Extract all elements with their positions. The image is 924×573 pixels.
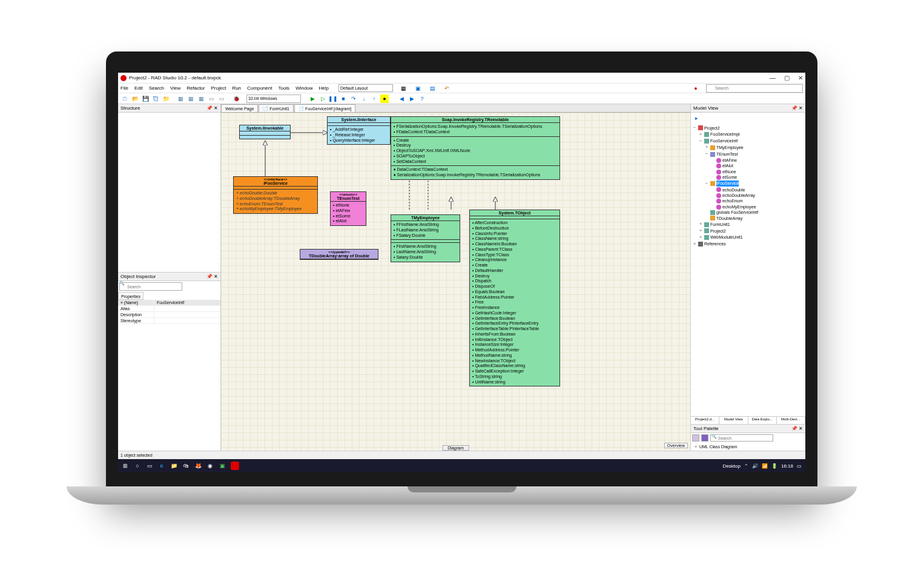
platform-combo[interactable] xyxy=(246,94,301,103)
panel-pin-icon[interactable]: 📌 ✕ xyxy=(206,105,218,111)
uml-TEnumTest[interactable]: <<enum>>TEnumTest • etNone• etAFew• etSo… xyxy=(330,191,366,226)
desktop-icon[interactable]: ▣ xyxy=(414,84,422,93)
task-view-icon[interactable]: ▭ xyxy=(146,462,153,469)
tree-item-project2[interactable]: + Project2 xyxy=(692,228,804,234)
save-icon[interactable]: 💾 xyxy=(141,94,150,103)
app-palette-icon[interactable]: ▦ xyxy=(176,94,185,103)
nav-back-icon[interactable]: ◀ xyxy=(397,94,406,103)
menu-file[interactable]: File xyxy=(120,85,128,91)
open-file-icon[interactable]: 📂 xyxy=(131,94,139,103)
uml-TObject[interactable]: System.TObject • AfterConstruction• Befo… xyxy=(469,210,560,386)
battery-icon[interactable]: 🔋 xyxy=(771,463,777,469)
store-icon[interactable]: 🛍 xyxy=(182,462,190,469)
uml-diagram-canvas[interactable]: System.IInvokable System.IInterface • _A… xyxy=(221,113,690,451)
properties-tab[interactable]: Properties xyxy=(118,292,144,300)
close-button[interactable]: ✕ xyxy=(798,75,803,81)
tree-item-globals-fooserviceintf[interactable]: globals FooServiceIntf xyxy=(692,210,804,215)
tree-item-webmoduleunit1[interactable]: + WebModuleUnit1 xyxy=(692,234,804,241)
palette-list-icon[interactable] xyxy=(701,434,708,442)
tree-item-fooserviceimpl[interactable]: + FooServiceImpl xyxy=(692,131,804,138)
new-file-icon[interactable]: □ xyxy=(120,94,129,103)
tree-item-references[interactable]: + References xyxy=(692,241,804,248)
start-button-icon[interactable]: ⊞ xyxy=(122,462,129,469)
tab-multi-device[interactable]: Multi-Devi... xyxy=(777,417,805,424)
panel-pin-icon[interactable]: 📌 ✕ xyxy=(206,274,218,279)
property-row[interactable]: » (Name)FooServiceIntf xyxy=(118,300,220,306)
app-button-icon[interactable]: ▭ xyxy=(207,94,216,103)
record-icon[interactable]: ● xyxy=(691,84,700,93)
uml-IInterface[interactable]: System.IInterface • _AddRef:Integer• _Re… xyxy=(327,116,391,145)
uml-IFooService[interactable]: <<interface>>IFooService + echoDouble:Do… xyxy=(233,176,318,214)
palette-search-input[interactable] xyxy=(710,434,773,442)
tree-item-fooserviceintf[interactable]: − FooServiceIntf xyxy=(692,138,804,145)
overview-toggle[interactable]: Overview xyxy=(664,443,688,448)
tree-item-echodoublearray[interactable]: echoDoubleArray xyxy=(692,193,804,198)
clock[interactable]: 16:18 xyxy=(781,463,793,469)
app-palette-icon-3[interactable]: ▦ xyxy=(197,94,205,103)
menu-window[interactable]: Window xyxy=(295,85,312,91)
tree-item-etnone[interactable]: etNone xyxy=(692,169,804,174)
debug-icon[interactable]: 🐞 xyxy=(232,94,240,103)
expand-icon[interactable]: + xyxy=(693,444,698,449)
tree-item-tmyemployee[interactable]: + TMyEmployee xyxy=(692,144,804,151)
tree-item-tdoublearray[interactable]: TDoubleArray xyxy=(692,216,804,221)
diagram-bottom-tab[interactable]: Diagram xyxy=(442,445,469,451)
wifi-icon[interactable]: 📶 xyxy=(762,463,768,469)
cortana-icon[interactable]: ○ xyxy=(134,462,141,469)
tab-welcome[interactable]: Welcome Page xyxy=(221,104,258,112)
menu-project[interactable]: Project xyxy=(211,85,226,91)
inspector-search-input[interactable] xyxy=(119,282,182,291)
layout-combo[interactable] xyxy=(338,84,393,92)
step-over-icon[interactable]: ↷ xyxy=(349,94,358,103)
tab-formunit1[interactable]: 📄FormUnit1 xyxy=(259,104,294,112)
maximize-button[interactable]: ▢ xyxy=(784,75,790,81)
property-grid[interactable]: » (Name)FooServiceIntfAliasDescriptionSt… xyxy=(118,300,220,324)
expand-icon[interactable]: + xyxy=(698,228,703,234)
uml-TDoubleArray[interactable]: <<typedef>>TDoubleArray:array of Double xyxy=(300,249,378,260)
open-project-icon[interactable]: 📁 xyxy=(162,94,170,103)
property-row[interactable]: Stereotype xyxy=(118,318,220,324)
tray-chevron-icon[interactable]: ⌃ xyxy=(744,463,748,469)
pause-icon[interactable]: ❚❚ xyxy=(329,94,337,103)
tree-item-echoenum[interactable]: echoEnum xyxy=(692,198,804,204)
expand-icon[interactable]: − xyxy=(704,151,709,157)
model-view-toolbar-icon[interactable]: ▸ xyxy=(692,114,701,122)
expand-icon[interactable]: − xyxy=(704,181,709,187)
tab-data-explorer[interactable]: Data Explo... xyxy=(748,417,777,424)
menu-refactor[interactable]: Refactor xyxy=(186,85,205,91)
menu-component[interactable]: Component xyxy=(247,85,272,91)
menu-view[interactable]: View xyxy=(170,85,180,91)
expand-icon[interactable]: + xyxy=(698,234,703,241)
tree-item-etafew[interactable]: etAFew xyxy=(692,157,804,163)
uml-TRemotable[interactable]: Soap.InvokeRegistry.TRemotable • FSerial… xyxy=(391,116,560,180)
rad-studio-icon[interactable] xyxy=(231,462,239,470)
tree-item-etsome[interactable]: etSome xyxy=(692,174,804,180)
step-out-icon[interactable]: ↑ xyxy=(370,94,378,103)
save-all-icon[interactable]: ⿻ xyxy=(151,94,160,103)
uml-IInvokable[interactable]: System.IInvokable xyxy=(239,125,291,139)
notifications-icon[interactable]: ▭ xyxy=(797,463,802,469)
menu-run[interactable]: Run xyxy=(232,85,241,91)
cursor-icon[interactable]: ● xyxy=(380,94,389,103)
run-icon[interactable]: ▶ xyxy=(308,94,317,103)
uml-TMyEmployee[interactable]: TMyEmployee • FFirstName:AnsiString• FLa… xyxy=(391,214,460,262)
menu-tools[interactable]: Tools xyxy=(278,85,289,91)
stop-icon[interactable]: ■ xyxy=(339,94,348,103)
desktop-icon-2[interactable]: ▤ xyxy=(428,84,437,93)
app-taskbar-icon[interactable]: ▣ xyxy=(219,462,226,469)
property-row[interactable]: Description xyxy=(118,312,220,318)
minimize-button[interactable]: — xyxy=(770,75,776,81)
help-icon[interactable]: ? xyxy=(418,94,426,103)
menu-search[interactable]: Search xyxy=(149,85,164,91)
model-view-tree[interactable]: − Project2+ FooServiceImpl− FooServiceIn… xyxy=(691,124,805,416)
expand-icon[interactable]: + xyxy=(698,131,703,138)
menu-edit[interactable]: Edit xyxy=(134,85,143,91)
tree-item-ifooservice[interactable]: − IFooService xyxy=(692,181,804,187)
run-no-debug-icon[interactable]: ▷ xyxy=(318,94,327,103)
tab-model-view[interactable]: Model View xyxy=(719,417,748,424)
explorer-icon[interactable]: 📁 xyxy=(170,462,177,469)
ide-search-input[interactable] xyxy=(706,84,803,93)
panel-pin-icon[interactable]: 📌 ✕ xyxy=(791,426,803,431)
desktop-label[interactable]: Desktop xyxy=(723,463,741,469)
tree-item-echomyemployee[interactable]: echoMyEmployee xyxy=(692,204,804,210)
